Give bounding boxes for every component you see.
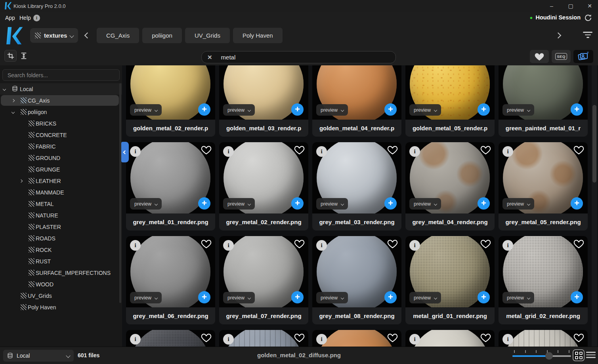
texture-thumbnail[interactable]: ipreview+ [312, 330, 401, 347]
tree-item-metal[interactable]: METAL [0, 198, 122, 210]
texture-card[interactable]: ipreview+golden_metal_05_render.p [405, 65, 495, 137]
texture-card[interactable]: ipreview+ [312, 330, 401, 347]
texture-thumbnail[interactable]: ipreview+ [405, 65, 495, 120]
preview-dropdown[interactable]: preview [409, 198, 441, 210]
preview-dropdown[interactable]: preview [502, 292, 534, 303]
info-icon[interactable]: i [33, 15, 40, 21]
nav-back-chevron-icon[interactable] [84, 32, 91, 39]
tree-item-fabric[interactable]: FABRIC [0, 141, 122, 152]
heart-outline-icon[interactable] [480, 239, 491, 250]
tree-item-wood[interactable]: WOOD [0, 278, 122, 290]
tree-item-rust[interactable]: RUST [0, 255, 122, 267]
heart-outline-icon[interactable] [294, 145, 305, 156]
info-icon[interactable]: i [130, 240, 141, 251]
kiosk-logo-icon[interactable] [3, 26, 24, 46]
thumbnail-zoom-slider[interactable] [512, 350, 571, 357]
texture-thumbnail[interactable]: ipreview+ [219, 142, 308, 213]
texture-card[interactable]: ipreview+grey_metal_06_render.png [126, 236, 215, 324]
tree-item-concrete[interactable]: CONCRETE [0, 129, 122, 141]
texture-thumbnail[interactable]: ipreview+ [499, 236, 588, 307]
heart-outline-icon[interactable] [201, 239, 212, 250]
slider-handle[interactable] [545, 352, 553, 360]
texture-card[interactable]: ipreview+grey_metal_07_render.png [219, 236, 308, 324]
add-texture-button[interactable]: + [571, 197, 583, 210]
texture-card[interactable]: ipreview+grey_metal_04_render.png [405, 142, 495, 231]
preview-dropdown[interactable]: preview [409, 292, 441, 303]
add-texture-button[interactable]: + [478, 197, 490, 210]
grid-view-icon[interactable] [573, 349, 585, 361]
texture-card[interactable]: ipreview+golden_metal_04_render.p [312, 65, 401, 137]
preview-dropdown[interactable]: preview [409, 104, 441, 116]
fit-height-icon[interactable] [18, 50, 29, 61]
info-icon[interactable]: i [502, 240, 513, 251]
preview-dropdown[interactable]: preview [316, 104, 348, 116]
crop-icon[interactable] [4, 50, 17, 62]
texture-card[interactable]: ipreview+grey_metal_03_render.png [312, 142, 401, 231]
preview-dropdown[interactable]: preview [223, 198, 255, 210]
texture-card[interactable]: ipreview+grey_metal_05_render.png [499, 142, 588, 231]
preview-dropdown[interactable]: preview [130, 104, 162, 116]
texture-thumbnail[interactable]: ipreview+ [312, 65, 401, 120]
info-icon[interactable]: i [316, 334, 327, 345]
heart-outline-icon[interactable] [573, 239, 584, 250]
info-icon[interactable]: i [130, 334, 141, 345]
favorites-button[interactable] [530, 50, 549, 63]
close-button[interactable]: ✕ [585, 3, 594, 9]
texture-card[interactable]: ipreview+grey_metal_01_render.png [126, 142, 215, 231]
info-icon[interactable]: i [223, 146, 234, 157]
texture-thumbnail[interactable]: ipreview+ [126, 330, 215, 347]
heart-outline-icon[interactable] [294, 333, 305, 344]
sidebar-collapse-handle[interactable] [121, 142, 129, 162]
heart-outline-icon[interactable] [294, 239, 305, 250]
heart-outline-icon[interactable] [573, 333, 584, 344]
tab-poly-haven[interactable]: Poly Haven [233, 28, 283, 43]
info-icon[interactable]: i [223, 334, 234, 345]
texture-thumbnail[interactable]: ipreview+ [126, 65, 215, 120]
refresh-icon[interactable] [584, 13, 592, 24]
heart-outline-icon[interactable] [387, 239, 398, 250]
minimize-button[interactable]: – [547, 3, 556, 9]
add-texture-button[interactable]: + [291, 197, 304, 210]
info-icon[interactable]: i [316, 146, 327, 157]
add-texture-button[interactable]: + [384, 103, 397, 116]
heart-outline-icon[interactable] [480, 145, 491, 156]
tree-item-bricks[interactable]: BRICKS [0, 118, 122, 129]
info-icon[interactable]: i [502, 334, 513, 345]
chevron-down-icon[interactable] [3, 87, 6, 90]
preview-dropdown[interactable]: preview [223, 104, 255, 116]
texture-thumbnail[interactable]: ipreview+ [312, 236, 401, 307]
info-icon[interactable]: i [502, 146, 513, 157]
maximize-button[interactable]: ▢ [566, 3, 575, 9]
texture-thumbnail[interactable]: ipreview+ [405, 330, 495, 347]
tree-item-local[interactable]: Local [0, 83, 122, 95]
slider-track[interactable] [512, 355, 571, 357]
folder-search-input[interactable] [2, 69, 120, 81]
menu-app[interactable]: App [5, 15, 15, 21]
texture-card[interactable]: ipreview+grey_metal_02_render.png [219, 142, 308, 231]
texture-thumbnail[interactable]: ipreview+ [499, 65, 588, 120]
add-texture-button[interactable]: + [478, 103, 490, 116]
preview-dropdown[interactable]: preview [502, 104, 534, 116]
texture-card[interactable]: ipreview+green_painted_metal_01_r [499, 65, 588, 137]
texture-view-button[interactable]: T [573, 50, 593, 63]
preview-dropdown[interactable]: preview [502, 198, 534, 210]
tab-uv-grids[interactable]: UV_Grids [185, 28, 230, 43]
texture-card[interactable]: ipreview+ [405, 330, 495, 347]
search-box[interactable]: ✕ [201, 51, 396, 63]
texture-thumbnail[interactable]: ipreview+ [126, 142, 215, 213]
tree-item-surface-imperfections[interactable]: SURFACE_IMPERFECTIONS [0, 267, 122, 278]
chevron-right-icon[interactable] [11, 99, 15, 102]
add-texture-button[interactable]: + [571, 291, 583, 303]
texture-thumbnail[interactable]: ipreview+ [499, 142, 588, 213]
texture-card[interactable]: ipreview+ [499, 330, 588, 347]
clear-search-icon[interactable]: ✕ [207, 54, 212, 61]
texture-thumbnail[interactable]: ipreview+ [312, 142, 401, 213]
add-texture-button[interactable]: + [291, 103, 304, 116]
preview-dropdown[interactable]: preview [316, 198, 348, 210]
texture-card[interactable]: ipreview+metal_grid_02_render.png [499, 236, 588, 324]
chevron-down-icon[interactable] [11, 110, 15, 113]
add-texture-button[interactable]: + [384, 197, 397, 210]
add-texture-button[interactable]: + [571, 103, 583, 116]
add-texture-button[interactable]: + [384, 291, 397, 303]
preview-dropdown[interactable]: preview [130, 198, 162, 210]
